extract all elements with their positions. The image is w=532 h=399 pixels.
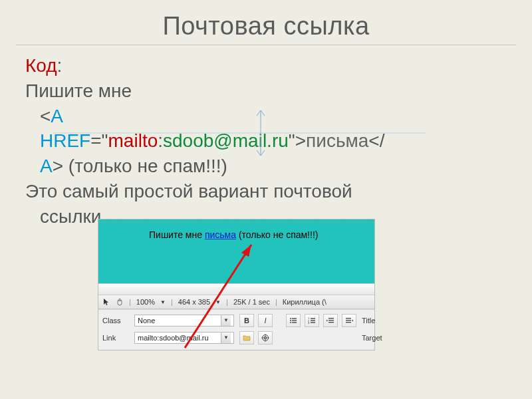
svg-rect-11 (311, 320, 315, 321)
list-ol-icon[interactable]: 123 (305, 314, 319, 327)
link-toolbar (239, 331, 356, 344)
svg-rect-17 (346, 318, 351, 319)
quote-open: " (102, 130, 108, 151)
status-zoom: 100% (136, 298, 155, 306)
svg-rect-5 (292, 320, 297, 321)
slide-title: Почтовая ссылка (16, 0, 516, 45)
tag-open: < (40, 106, 51, 126)
after-link-text: (только не спам!!!) (63, 156, 227, 176)
format-toolbar: B I 123 (239, 314, 356, 327)
status-weight: 25K / 1 sec (233, 298, 270, 306)
email-user: sdoob (163, 130, 213, 151)
svg-point-2 (290, 318, 291, 319)
guide-line (98, 222, 374, 223)
editor-screenshot: Пишите мне письма (только не спам!!!) | … (98, 219, 374, 350)
page-preview: Пишите мне письма (только не спам!!!) (98, 219, 374, 283)
svg-rect-13 (311, 322, 315, 323)
folder-icon[interactable] (239, 331, 254, 344)
status-encoding: Кириллица (\ (283, 298, 327, 306)
tag-close: > (295, 130, 306, 151)
code-heading: Код: (25, 53, 507, 78)
anchor-text: письма (306, 130, 368, 151)
page-preview-text: Пишите мне письма (только не спам!!!) (149, 229, 318, 241)
preview-before: Пишите мне (149, 229, 205, 240)
svg-rect-7 (292, 322, 297, 323)
status-dimensions: 464 x 385 (178, 298, 210, 306)
mailto-colon: : (158, 130, 163, 151)
code-label: Код (25, 55, 57, 76)
measurement-arrow-icon (253, 106, 269, 160)
class-select[interactable]: None ▼ (134, 315, 234, 327)
list-ul-icon[interactable] (286, 314, 301, 327)
desc-line-1: Это самый простой вариант почтовой (25, 179, 507, 204)
equals: = (90, 130, 101, 151)
target-icon[interactable] (258, 331, 273, 344)
svg-point-6 (290, 322, 291, 323)
svg-rect-18 (346, 320, 351, 321)
class-label: Class (102, 317, 129, 325)
ruler (98, 283, 374, 295)
class-value: None (138, 315, 155, 327)
bold-button[interactable]: B (239, 314, 254, 327)
svg-point-4 (290, 320, 291, 321)
tag-a-close: A (40, 156, 53, 176)
email-at: @ (213, 130, 232, 151)
link-field[interactable]: mailto:sdoob@mail.ru ▼ (134, 332, 234, 344)
close-tag-close: > (53, 156, 63, 176)
svg-rect-3 (292, 318, 297, 319)
quote-close: " (289, 130, 295, 151)
target-label: Target (362, 334, 395, 342)
chevron-down-icon[interactable]: ▼ (160, 299, 166, 305)
svg-rect-16 (329, 322, 334, 323)
preview-link[interactable]: письма (205, 229, 236, 240)
tag-a-open: A (51, 106, 63, 126)
preview-after: (только не спам!!!) (236, 229, 318, 240)
title-label: Title (362, 317, 395, 325)
svg-rect-14 (329, 318, 334, 319)
close-tag-open: </ (368, 130, 384, 151)
italic-button[interactable]: I (258, 314, 273, 327)
link-value: mailto:sdoob@mail.ru (138, 332, 209, 344)
chevron-down-icon: ▼ (221, 332, 231, 343)
code-label-colon: : (57, 55, 63, 76)
link-label: Link (102, 334, 129, 342)
status-bar: | 100% ▼ | 464 x 385 ▼ | 25K / 1 sec | К… (98, 295, 374, 309)
svg-rect-9 (311, 318, 315, 319)
code-line-1: Пишите мне (25, 78, 507, 104)
svg-rect-15 (329, 320, 334, 321)
indent-icon[interactable] (342, 314, 356, 327)
svg-text:3: 3 (308, 321, 310, 325)
slide: Почтовая ссылка Код: Пишите мне <A HREF=… (0, 0, 532, 399)
outdent-icon[interactable] (323, 314, 338, 327)
properties-panel: Class None ▼ B I 123 (98, 309, 374, 350)
attr-href: HREF (40, 130, 90, 151)
svg-rect-19 (346, 322, 351, 323)
chevron-down-icon: ▼ (221, 315, 231, 326)
chevron-down-icon[interactable]: ▼ (215, 299, 221, 305)
mailto-scheme: mailto (108, 130, 158, 151)
hand-tool-icon[interactable] (116, 298, 124, 306)
pointer-tool-icon[interactable] (102, 298, 110, 306)
